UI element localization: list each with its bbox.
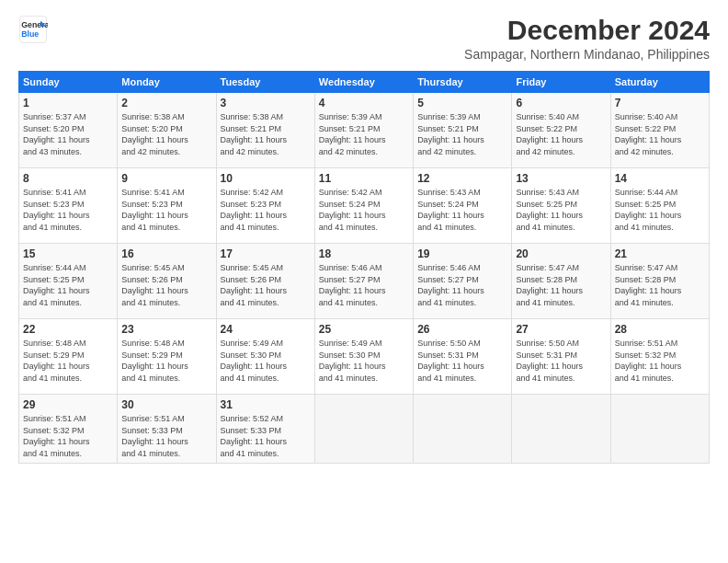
day-number: 20 — [516, 247, 606, 260]
day-number: 30 — [121, 398, 211, 411]
day-number: 15 — [23, 247, 113, 260]
day-number: 13 — [516, 172, 606, 185]
table-row: 11Sunrise: 5:42 AM Sunset: 5:24 PM Dayli… — [314, 168, 413, 244]
day-info: Sunrise: 5:46 AM Sunset: 5:27 PM Dayligh… — [319, 262, 409, 308]
table-row: 3Sunrise: 5:38 AM Sunset: 5:21 PM Daylig… — [216, 93, 314, 168]
col-monday: Monday — [118, 72, 216, 93]
day-number: 2 — [121, 97, 211, 109]
table-row: 7Sunrise: 5:40 AM Sunset: 5:22 PM Daylig… — [610, 93, 709, 168]
day-info: Sunrise: 5:45 AM Sunset: 5:26 PM Dayligh… — [121, 262, 211, 308]
table-row: 12Sunrise: 5:43 AM Sunset: 5:24 PM Dayli… — [414, 168, 512, 244]
header: General Blue General Blue December 2024 … — [18, 15, 710, 62]
day-number: 31 — [221, 398, 311, 411]
day-info: Sunrise: 5:45 AM Sunset: 5:26 PM Dayligh… — [221, 262, 311, 308]
day-number: 17 — [221, 247, 311, 260]
table-row: 1Sunrise: 5:37 AM Sunset: 5:20 PM Daylig… — [19, 93, 118, 168]
day-number: 23 — [121, 323, 211, 336]
day-info: Sunrise: 5:47 AM Sunset: 5:28 PM Dayligh… — [615, 262, 705, 308]
day-number: 19 — [417, 247, 507, 260]
table-row: 15Sunrise: 5:44 AM Sunset: 5:25 PM Dayli… — [19, 244, 118, 319]
day-info: Sunrise: 5:39 AM Sunset: 5:21 PM Dayligh… — [417, 111, 507, 157]
day-info: Sunrise: 5:48 AM Sunset: 5:29 PM Dayligh… — [121, 338, 211, 384]
day-number: 12 — [417, 172, 507, 185]
page: General Blue General Blue December 2024 … — [0, 0, 728, 563]
day-number: 11 — [319, 172, 409, 185]
logo: General Blue General Blue — [18, 15, 48, 44]
table-row: 23Sunrise: 5:48 AM Sunset: 5:29 PM Dayli… — [118, 319, 216, 395]
table-row: 2Sunrise: 5:38 AM Sunset: 5:20 PM Daylig… — [118, 93, 216, 168]
table-row: 4Sunrise: 5:39 AM Sunset: 5:21 PM Daylig… — [314, 93, 413, 168]
logo-icon: General Blue — [18, 15, 48, 44]
day-number: 16 — [121, 247, 211, 260]
day-number: 3 — [221, 97, 311, 109]
month-title: December 2024 — [464, 15, 710, 45]
day-info: Sunrise: 5:39 AM Sunset: 5:21 PM Dayligh… — [319, 111, 409, 157]
table-row: 16Sunrise: 5:45 AM Sunset: 5:26 PM Dayli… — [118, 244, 216, 319]
day-info: Sunrise: 5:49 AM Sunset: 5:30 PM Dayligh… — [319, 338, 409, 384]
header-row: Sunday Monday Tuesday Wednesday Thursday… — [19, 72, 710, 93]
table-row — [314, 395, 413, 464]
table-row: 8Sunrise: 5:41 AM Sunset: 5:23 PM Daylig… — [19, 168, 118, 244]
day-info: Sunrise: 5:50 AM Sunset: 5:31 PM Dayligh… — [417, 338, 507, 384]
day-number: 7 — [615, 97, 705, 109]
day-number: 1 — [23, 97, 113, 109]
day-info: Sunrise: 5:38 AM Sunset: 5:21 PM Dayligh… — [221, 111, 311, 157]
day-number: 24 — [221, 323, 311, 336]
table-row: 26Sunrise: 5:50 AM Sunset: 5:31 PM Dayli… — [414, 319, 512, 395]
day-number: 22 — [23, 323, 113, 336]
day-number: 4 — [319, 97, 409, 109]
day-number: 26 — [417, 323, 507, 336]
day-info: Sunrise: 5:41 AM Sunset: 5:23 PM Dayligh… — [23, 187, 113, 233]
col-tuesday: Tuesday — [216, 72, 314, 93]
day-number: 27 — [516, 323, 606, 336]
day-info: Sunrise: 5:42 AM Sunset: 5:24 PM Dayligh… — [319, 187, 409, 233]
table-row: 31Sunrise: 5:52 AM Sunset: 5:33 PM Dayli… — [216, 395, 314, 464]
col-wednesday: Wednesday — [314, 72, 413, 93]
day-number: 21 — [615, 247, 705, 260]
day-info: Sunrise: 5:50 AM Sunset: 5:31 PM Dayligh… — [516, 338, 606, 384]
table-row — [414, 395, 512, 464]
day-number: 25 — [319, 323, 409, 336]
table-row: 14Sunrise: 5:44 AM Sunset: 5:25 PM Dayli… — [610, 168, 709, 244]
day-number: 8 — [23, 172, 113, 185]
calendar-table: Sunday Monday Tuesday Wednesday Thursday… — [18, 71, 710, 464]
day-info: Sunrise: 5:40 AM Sunset: 5:22 PM Dayligh… — [615, 111, 705, 157]
day-info: Sunrise: 5:48 AM Sunset: 5:29 PM Dayligh… — [23, 338, 113, 384]
table-row: 9Sunrise: 5:41 AM Sunset: 5:23 PM Daylig… — [118, 168, 216, 244]
table-row: 13Sunrise: 5:43 AM Sunset: 5:25 PM Dayli… — [512, 168, 610, 244]
table-row: 20Sunrise: 5:47 AM Sunset: 5:28 PM Dayli… — [512, 244, 610, 319]
day-number: 10 — [221, 172, 311, 185]
table-row: 19Sunrise: 5:46 AM Sunset: 5:27 PM Dayli… — [414, 244, 512, 319]
day-info: Sunrise: 5:51 AM Sunset: 5:33 PM Dayligh… — [121, 413, 211, 459]
day-info: Sunrise: 5:41 AM Sunset: 5:23 PM Dayligh… — [121, 187, 211, 233]
table-row: 27Sunrise: 5:50 AM Sunset: 5:31 PM Dayli… — [512, 319, 610, 395]
calendar-body: 1Sunrise: 5:37 AM Sunset: 5:20 PM Daylig… — [19, 93, 710, 464]
day-number: 5 — [417, 97, 507, 109]
col-friday: Friday — [512, 72, 610, 93]
table-row: 21Sunrise: 5:47 AM Sunset: 5:28 PM Dayli… — [610, 244, 709, 319]
table-row: 30Sunrise: 5:51 AM Sunset: 5:33 PM Dayli… — [118, 395, 216, 464]
col-thursday: Thursday — [414, 72, 512, 93]
day-info: Sunrise: 5:43 AM Sunset: 5:24 PM Dayligh… — [417, 187, 507, 233]
table-row: 22Sunrise: 5:48 AM Sunset: 5:29 PM Dayli… — [19, 319, 118, 395]
day-number: 9 — [121, 172, 211, 185]
day-info: Sunrise: 5:49 AM Sunset: 5:30 PM Dayligh… — [221, 338, 311, 384]
day-info: Sunrise: 5:42 AM Sunset: 5:23 PM Dayligh… — [221, 187, 311, 233]
table-row — [610, 395, 709, 464]
day-info: Sunrise: 5:43 AM Sunset: 5:25 PM Dayligh… — [516, 187, 606, 233]
day-info: Sunrise: 5:51 AM Sunset: 5:32 PM Dayligh… — [615, 338, 705, 384]
day-info: Sunrise: 5:47 AM Sunset: 5:28 PM Dayligh… — [516, 262, 606, 308]
table-row: 25Sunrise: 5:49 AM Sunset: 5:30 PM Dayli… — [314, 319, 413, 395]
day-number: 14 — [615, 172, 705, 185]
day-info: Sunrise: 5:40 AM Sunset: 5:22 PM Dayligh… — [516, 111, 606, 157]
day-info: Sunrise: 5:52 AM Sunset: 5:33 PM Dayligh… — [221, 413, 311, 459]
location: Sampagar, Northern Mindanao, Philippines — [464, 47, 710, 62]
table-row: 5Sunrise: 5:39 AM Sunset: 5:21 PM Daylig… — [414, 93, 512, 168]
day-info: Sunrise: 5:46 AM Sunset: 5:27 PM Dayligh… — [417, 262, 507, 308]
calendar-header: Sunday Monday Tuesday Wednesday Thursday… — [19, 72, 710, 93]
table-row: 18Sunrise: 5:46 AM Sunset: 5:27 PM Dayli… — [314, 244, 413, 319]
svg-text:Blue: Blue — [21, 29, 39, 39]
table-row: 28Sunrise: 5:51 AM Sunset: 5:32 PM Dayli… — [610, 319, 709, 395]
day-number: 6 — [516, 97, 606, 109]
day-info: Sunrise: 5:37 AM Sunset: 5:20 PM Dayligh… — [23, 111, 113, 157]
